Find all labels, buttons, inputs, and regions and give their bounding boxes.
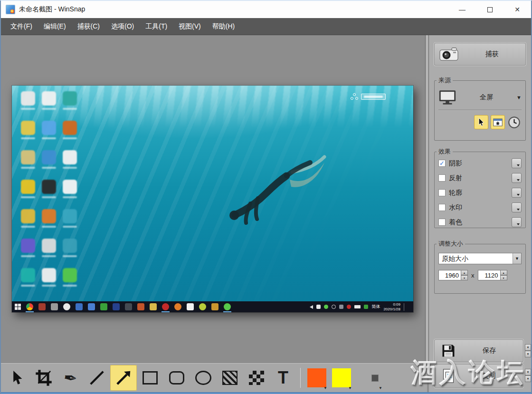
- effect-checkbox[interactable]: [438, 189, 446, 196]
- window-bottom-border: [1, 392, 531, 394]
- minimize-button[interactable]: —: [448, 1, 476, 18]
- effect-checkbox[interactable]: [438, 160, 446, 167]
- effect-settings-button[interactable]: [512, 202, 522, 212]
- desktop-icon: [38, 266, 59, 296]
- effect-checkbox[interactable]: [438, 174, 446, 182]
- save-button[interactable]: 保存: [434, 339, 523, 362]
- effect-settings-button[interactable]: [512, 217, 522, 227]
- desktop-icon: [18, 89, 38, 119]
- tool-mosaic-button[interactable]: [243, 365, 270, 391]
- taskbar-app-icon: [199, 303, 206, 310]
- effect-label: 轮廓: [449, 189, 512, 197]
- effect-checkbox[interactable]: [438, 219, 446, 226]
- effect-label: 阴影: [449, 159, 512, 168]
- effect-settings-button[interactable]: [512, 173, 522, 183]
- effect-row-watermark: 水印: [435, 200, 525, 215]
- captured-screenshot[interactable]: 简体 0:09 2020/1/28: [12, 86, 413, 312]
- menu-help[interactable]: 帮助(H): [207, 19, 240, 34]
- copy-document-icon: [442, 368, 455, 384]
- tray-icon: [347, 305, 351, 309]
- resize-preset-select[interactable]: 原始大小 ▼: [438, 253, 522, 264]
- taskbar-app-icon: [38, 303, 46, 310]
- source-mode-select[interactable]: 全屏 ▼: [435, 85, 525, 109]
- tool-arrow-button[interactable]: [110, 365, 137, 391]
- menu-options[interactable]: 选项(O): [105, 19, 140, 34]
- chevron-down-icon: ▼: [323, 386, 327, 390]
- effect-checkbox[interactable]: [438, 204, 446, 211]
- taskbar-app-icon: [137, 303, 144, 310]
- hatch-icon: [222, 371, 238, 385]
- primary-color-swatch[interactable]: ▼: [304, 365, 329, 391]
- copy-dropdown-button[interactable]: ▼▼: [525, 369, 531, 382]
- menu-tools[interactable]: 工具(T): [140, 19, 173, 34]
- toolbar-separator: [300, 368, 301, 388]
- taskbar-app-icon: [51, 303, 58, 310]
- close-button[interactable]: ✕: [504, 1, 531, 18]
- desktop-icon: [38, 119, 59, 148]
- pen-icon: ✒: [63, 369, 78, 387]
- taskbar-app-icon: [125, 303, 132, 310]
- taskbar-app-icon: [26, 303, 33, 310]
- desktop-icon: [18, 148, 38, 178]
- line-size-swatch[interactable]: ▼: [362, 365, 387, 391]
- secondary-color-swatch[interactable]: ▼: [329, 365, 354, 391]
- width-stepper[interactable]: ▲▼: [461, 270, 468, 280]
- copy-button[interactable]: 复制: [434, 364, 523, 388]
- chevron-down-icon: ▼: [516, 95, 522, 100]
- tool-ellipse-button[interactable]: [190, 365, 217, 391]
- desktop-icon: [18, 266, 38, 296]
- menu-view[interactable]: 视图(V): [173, 19, 207, 34]
- window-star-icon: [493, 118, 503, 126]
- taskbar-app-icon: [150, 303, 157, 310]
- menu-capture[interactable]: 捕获(C): [72, 19, 105, 34]
- timer-capture-button[interactable]: [507, 115, 521, 129]
- capture-button[interactable]: 捕获: [434, 43, 526, 66]
- desktop-icon: [18, 119, 38, 148]
- taskbar-separator: [404, 303, 404, 311]
- tool-rectangle-button[interactable]: [137, 365, 163, 391]
- desktop-icon: [59, 207, 80, 237]
- panel-splitter[interactable]: [425, 35, 429, 363]
- resize-preset-value: 原始大小: [439, 253, 513, 264]
- menu-bar: 文件(F) 编辑(E) 捕获(C) 选项(O) 工具(T) 视图(V) 帮助(H…: [1, 18, 531, 35]
- maximize-button[interactable]: [476, 1, 504, 18]
- taskbar-app-icon: [211, 303, 218, 310]
- chevron-down-icon: ▼: [348, 386, 352, 390]
- effect-settings-button[interactable]: [512, 188, 522, 198]
- desktop-icon: [18, 237, 38, 266]
- menu-edit[interactable]: 编辑(E): [38, 19, 72, 34]
- right-panel: 捕获 来源 全屏 ▼: [429, 35, 532, 392]
- tool-rounded-rectangle-button[interactable]: [163, 365, 190, 391]
- tool-line-button[interactable]: [84, 365, 110, 391]
- save-dropdown-button[interactable]: ▼▼: [525, 344, 531, 357]
- system-tray: 简体 0:09 2020/1/28: [310, 302, 410, 312]
- editor-canvas[interactable]: 简体 0:09 2020/1/28: [1, 35, 427, 363]
- badge-pill: [361, 94, 386, 100]
- window-title: 未命名截图 - WinSnap: [19, 5, 85, 14]
- menu-file[interactable]: 文件(F): [5, 19, 38, 34]
- tray-icon: [324, 305, 328, 309]
- effect-settings-button[interactable]: [512, 158, 522, 168]
- taskbar-app-icon: [76, 303, 83, 310]
- tool-crop-button[interactable]: [30, 365, 57, 391]
- width-input[interactable]: [438, 270, 461, 280]
- tool-pen-button[interactable]: ✒: [57, 365, 84, 391]
- divider: [438, 110, 522, 110]
- effects-group: 效果 阴影 反射 轮廓 水印 着: [434, 147, 526, 228]
- save-floppy-icon: [441, 344, 456, 358]
- height-stepper[interactable]: ▲▼: [501, 270, 507, 280]
- volume-icon: [310, 305, 313, 309]
- crop-icon: [35, 369, 52, 386]
- wifi-icon: [339, 305, 343, 309]
- start-icon: [15, 304, 21, 310]
- capture-cursor-toggle[interactable]: [474, 115, 488, 129]
- height-input[interactable]: [478, 270, 501, 280]
- tool-hatch-button[interactable]: [217, 365, 243, 391]
- tool-select-button[interactable]: [4, 365, 30, 391]
- capture-window-toggle[interactable]: [491, 115, 505, 129]
- clock-time: 0:09: [383, 302, 400, 307]
- battery-icon: [354, 305, 361, 308]
- desktop-icon: [18, 178, 38, 207]
- tool-text-button[interactable]: T: [270, 365, 296, 391]
- effect-row-shadow: 阴影: [435, 156, 525, 171]
